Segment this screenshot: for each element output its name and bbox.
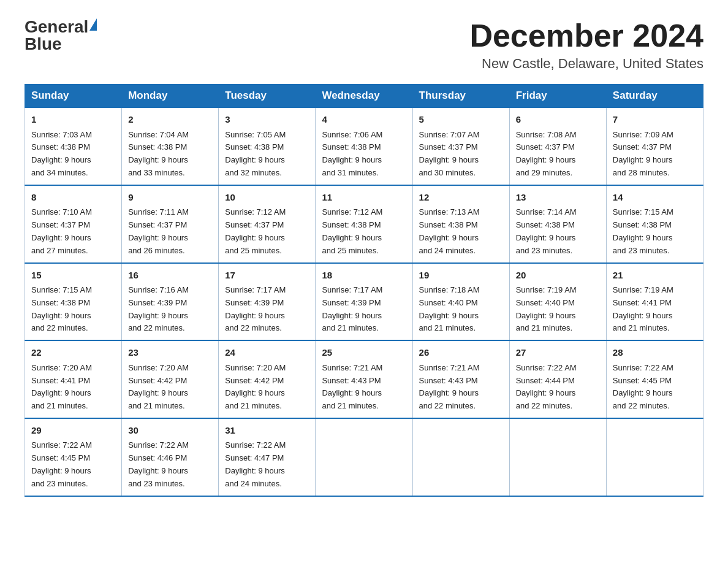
day-number: 9	[128, 191, 212, 205]
day-number: 24	[225, 346, 309, 360]
day-info: Sunrise: 7:07 AMSunset: 4:37 PMDaylight:…	[419, 130, 480, 177]
day-number: 30	[128, 424, 212, 438]
calendar-cell	[412, 418, 509, 496]
day-number: 26	[419, 346, 503, 360]
calendar-cell: 2Sunrise: 7:04 AMSunset: 4:38 PMDaylight…	[122, 107, 219, 185]
calendar-cell: 15Sunrise: 7:15 AMSunset: 4:38 PMDayligh…	[25, 263, 122, 341]
calendar-cell: 22Sunrise: 7:20 AMSunset: 4:41 PMDayligh…	[25, 340, 122, 418]
day-info: Sunrise: 7:21 AMSunset: 4:43 PMDaylight:…	[322, 363, 382, 410]
day-info: Sunrise: 7:06 AMSunset: 4:38 PMDaylight:…	[322, 130, 382, 177]
calendar-cell: 7Sunrise: 7:09 AMSunset: 4:37 PMDaylight…	[606, 107, 703, 185]
day-number: 31	[225, 424, 309, 438]
title-block: December 2024 New Castle, Delaware, Unit…	[469, 18, 703, 72]
col-header-saturday: Saturday	[606, 85, 703, 108]
col-header-tuesday: Tuesday	[219, 85, 316, 108]
day-number: 8	[31, 191, 115, 205]
day-number: 16	[128, 269, 212, 283]
col-header-sunday: Sunday	[25, 85, 122, 108]
day-number: 17	[225, 269, 309, 283]
day-info: Sunrise: 7:17 AMSunset: 4:39 PMDaylight:…	[322, 285, 382, 332]
col-header-wednesday: Wednesday	[316, 85, 412, 108]
calendar-cell: 30Sunrise: 7:22 AMSunset: 4:46 PMDayligh…	[122, 418, 219, 496]
calendar-cell: 18Sunrise: 7:17 AMSunset: 4:39 PMDayligh…	[316, 263, 412, 341]
logo: General Blue	[25, 18, 97, 53]
day-info: Sunrise: 7:17 AMSunset: 4:39 PMDaylight:…	[225, 285, 286, 332]
day-info: Sunrise: 7:13 AMSunset: 4:38 PMDaylight:…	[419, 207, 480, 255]
day-number: 25	[322, 346, 406, 360]
calendar-cell: 17Sunrise: 7:17 AMSunset: 4:39 PMDayligh…	[219, 263, 316, 341]
day-number: 23	[128, 346, 212, 360]
day-number: 11	[322, 191, 406, 205]
day-number: 10	[225, 191, 309, 205]
logo-blue: Blue	[25, 34, 62, 53]
page-header: General Blue December 2024 New Castle, D…	[25, 18, 703, 72]
calendar-cell: 28Sunrise: 7:22 AMSunset: 4:45 PMDayligh…	[606, 340, 703, 418]
day-number: 14	[613, 191, 697, 205]
day-number: 18	[322, 269, 406, 283]
col-header-monday: Monday	[122, 85, 219, 108]
calendar-week-row: 15Sunrise: 7:15 AMSunset: 4:38 PMDayligh…	[25, 263, 703, 341]
calendar-cell: 16Sunrise: 7:16 AMSunset: 4:39 PMDayligh…	[122, 263, 219, 341]
day-number: 1	[31, 113, 115, 127]
day-info: Sunrise: 7:21 AMSunset: 4:43 PMDaylight:…	[419, 363, 480, 410]
day-number: 5	[419, 113, 503, 127]
calendar-cell	[316, 418, 412, 496]
calendar-cell: 11Sunrise: 7:12 AMSunset: 4:38 PMDayligh…	[316, 185, 412, 263]
month-title: December 2024	[469, 18, 703, 53]
day-info: Sunrise: 7:22 AMSunset: 4:46 PMDaylight:…	[128, 440, 189, 488]
calendar-header-row: SundayMondayTuesdayWednesdayThursdayFrid…	[25, 85, 703, 108]
day-info: Sunrise: 7:20 AMSunset: 4:42 PMDaylight:…	[225, 363, 286, 410]
calendar-cell: 12Sunrise: 7:13 AMSunset: 4:38 PMDayligh…	[412, 185, 509, 263]
calendar-cell: 4Sunrise: 7:06 AMSunset: 4:38 PMDaylight…	[316, 107, 412, 185]
day-number: 29	[31, 424, 115, 438]
col-header-thursday: Thursday	[412, 85, 509, 108]
calendar-week-row: 8Sunrise: 7:10 AMSunset: 4:37 PMDaylight…	[25, 185, 703, 263]
day-info: Sunrise: 7:16 AMSunset: 4:39 PMDaylight:…	[128, 285, 189, 332]
day-number: 20	[516, 269, 600, 283]
day-info: Sunrise: 7:22 AMSunset: 4:45 PMDaylight:…	[31, 440, 92, 488]
calendar-cell	[606, 418, 703, 496]
day-info: Sunrise: 7:19 AMSunset: 4:40 PMDaylight:…	[516, 285, 577, 332]
day-number: 28	[613, 346, 697, 360]
calendar-cell: 13Sunrise: 7:14 AMSunset: 4:38 PMDayligh…	[509, 185, 606, 263]
day-info: Sunrise: 7:15 AMSunset: 4:38 PMDaylight:…	[613, 207, 673, 255]
day-info: Sunrise: 7:05 AMSunset: 4:38 PMDaylight:…	[225, 130, 286, 177]
location: New Castle, Delaware, United States	[469, 56, 703, 72]
day-info: Sunrise: 7:14 AMSunset: 4:38 PMDaylight:…	[516, 207, 577, 255]
day-info: Sunrise: 7:09 AMSunset: 4:37 PMDaylight:…	[613, 130, 673, 177]
calendar-cell: 6Sunrise: 7:08 AMSunset: 4:37 PMDaylight…	[509, 107, 606, 185]
day-info: Sunrise: 7:18 AMSunset: 4:40 PMDaylight:…	[419, 285, 480, 332]
day-number: 3	[225, 113, 309, 127]
day-number: 22	[31, 346, 115, 360]
calendar-cell: 19Sunrise: 7:18 AMSunset: 4:40 PMDayligh…	[412, 263, 509, 341]
calendar-week-row: 1Sunrise: 7:03 AMSunset: 4:38 PMDaylight…	[25, 107, 703, 185]
calendar-week-row: 29Sunrise: 7:22 AMSunset: 4:45 PMDayligh…	[25, 418, 703, 496]
day-number: 2	[128, 113, 212, 127]
day-number: 4	[322, 113, 406, 127]
logo-triangle-icon	[89, 18, 97, 31]
day-number: 6	[516, 113, 600, 127]
day-info: Sunrise: 7:19 AMSunset: 4:41 PMDaylight:…	[613, 285, 673, 332]
calendar-cell: 10Sunrise: 7:12 AMSunset: 4:37 PMDayligh…	[219, 185, 316, 263]
day-number: 12	[419, 191, 503, 205]
col-header-friday: Friday	[509, 85, 606, 108]
day-number: 27	[516, 346, 600, 360]
calendar-cell: 20Sunrise: 7:19 AMSunset: 4:40 PMDayligh…	[509, 263, 606, 341]
day-info: Sunrise: 7:08 AMSunset: 4:37 PMDaylight:…	[516, 130, 577, 177]
calendar-cell: 3Sunrise: 7:05 AMSunset: 4:38 PMDaylight…	[219, 107, 316, 185]
calendar-cell: 23Sunrise: 7:20 AMSunset: 4:42 PMDayligh…	[122, 340, 219, 418]
calendar-cell: 9Sunrise: 7:11 AMSunset: 4:37 PMDaylight…	[122, 185, 219, 263]
calendar-cell: 14Sunrise: 7:15 AMSunset: 4:38 PMDayligh…	[606, 185, 703, 263]
day-number: 21	[613, 269, 697, 283]
day-number: 13	[516, 191, 600, 205]
calendar-cell: 21Sunrise: 7:19 AMSunset: 4:41 PMDayligh…	[606, 263, 703, 341]
logo-general: General	[25, 18, 88, 36]
day-info: Sunrise: 7:04 AMSunset: 4:38 PMDaylight:…	[128, 130, 189, 177]
calendar-cell: 8Sunrise: 7:10 AMSunset: 4:37 PMDaylight…	[25, 185, 122, 263]
day-info: Sunrise: 7:20 AMSunset: 4:42 PMDaylight:…	[128, 363, 189, 410]
day-number: 19	[419, 269, 503, 283]
day-number: 7	[613, 113, 697, 127]
calendar-cell: 27Sunrise: 7:22 AMSunset: 4:44 PMDayligh…	[509, 340, 606, 418]
day-info: Sunrise: 7:12 AMSunset: 4:38 PMDaylight:…	[322, 207, 382, 255]
calendar-cell: 25Sunrise: 7:21 AMSunset: 4:43 PMDayligh…	[316, 340, 412, 418]
